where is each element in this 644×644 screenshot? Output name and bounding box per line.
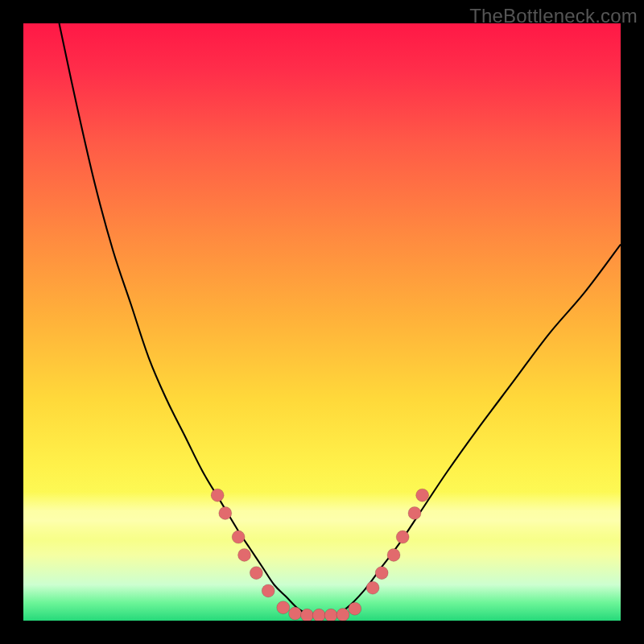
curve-marker (396, 530, 409, 543)
plot-area (23, 23, 621, 621)
curve-marker (238, 548, 251, 561)
curve-marker (232, 530, 245, 543)
curve-marker (289, 607, 302, 620)
curve-markers (211, 489, 429, 621)
curve-marker (416, 489, 429, 502)
curve-marker (387, 548, 400, 561)
curve-marker (349, 602, 361, 615)
curve-marker (408, 506, 421, 519)
curve-marker (277, 601, 290, 614)
curve-marker (366, 581, 379, 594)
curve-marker (250, 567, 262, 580)
curve-marker (324, 609, 337, 621)
chart-svg (23, 23, 621, 621)
curve-marker (219, 506, 232, 519)
curve-marker (336, 609, 349, 621)
curve-marker (262, 584, 275, 597)
curve-marker (300, 609, 313, 621)
watermark-text: TheBottleneck.com (469, 5, 638, 27)
chart-frame: TheBottleneck.com (0, 0, 644, 644)
curve-marker (211, 489, 224, 502)
curve-marker (375, 567, 388, 580)
bottleneck-curve (60, 23, 621, 615)
curve-marker (312, 609, 325, 621)
